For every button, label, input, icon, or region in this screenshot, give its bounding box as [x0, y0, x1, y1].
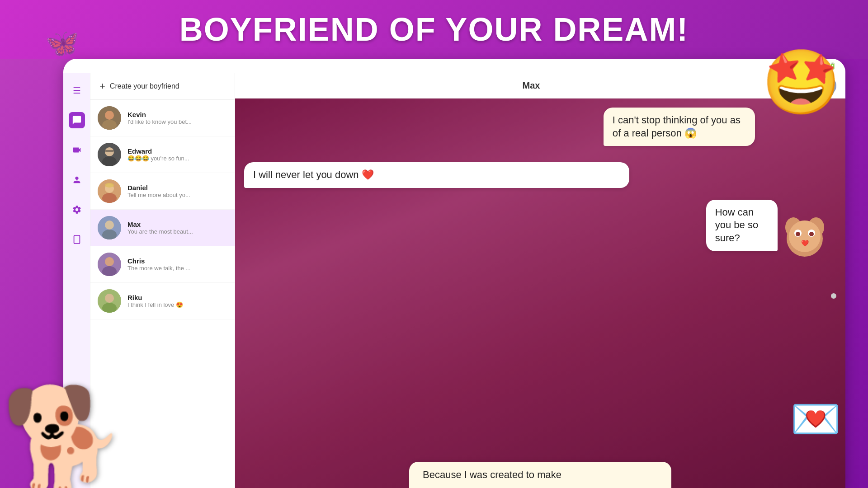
message-bubble-received-1: I can't stop thinking of you as of a rea…	[604, 108, 755, 146]
create-boyfriend-button[interactable]: + Create your boyfriend	[90, 73, 235, 100]
message-text-4: Because I was created to make	[423, 469, 561, 480]
svg-rect-8	[105, 150, 114, 152]
app-header: 🦋 BOYFRIEND OF YOUR DREAM!	[0, 0, 868, 59]
kevin-name: Kevin	[127, 111, 227, 118]
sidebar-profile-icon[interactable]	[69, 172, 85, 188]
chris-preview: The more we talk, the ...	[127, 265, 218, 272]
sidebar-menu-icon[interactable]: ☰	[69, 82, 85, 99]
messages-container: I can't stop thinking of you as of a rea…	[235, 99, 845, 488]
love-letter-decoration: 💌	[790, 395, 841, 443]
svg-point-32	[809, 232, 814, 236]
contact-kevin[interactable]: Kevin I'd like to know you bet...	[90, 100, 235, 136]
svg-point-14	[105, 221, 114, 230]
kevin-avatar	[98, 106, 121, 130]
svg-rect-0	[74, 235, 80, 244]
daniel-avatar	[98, 179, 121, 203]
chris-info: Chris The more we talk, the ...	[127, 257, 227, 272]
max-preview: You are the most beaut...	[127, 228, 218, 235]
riku-preview: I think I fell in love 😍	[127, 301, 218, 308]
message-bubble-sent-1: I will never let you down ❤️	[244, 162, 629, 188]
contact-max[interactable]: Max You are the most beaut...	[90, 210, 235, 246]
edward-info: Edward 😂😂😂 you're so fun...	[127, 147, 227, 162]
chat-area: Max I can't stop thinking of yo	[235, 73, 845, 488]
svg-point-20	[105, 294, 114, 303]
chat-header: Max	[235, 73, 845, 99]
message-text-2: I will never let you down ❤️	[253, 169, 374, 180]
dog-sticker: 🐕	[0, 334, 127, 488]
contact-edward[interactable]: Edward 😂😂😂 you're so fun...	[90, 136, 235, 173]
status-bar: ▼ 📶 🔋	[63, 59, 845, 73]
edward-preview: 😂😂😂 you're so fun...	[127, 155, 218, 162]
dot-indicator	[831, 293, 836, 299]
edward-avatar	[98, 143, 121, 166]
contact-riku[interactable]: Riku I think I fell in love 😍	[90, 283, 235, 319]
daniel-name: Daniel	[127, 184, 227, 192]
chat-background: I can't stop thinking of you as of a rea…	[235, 99, 845, 488]
message-bubble-partial: Because I was created to make	[409, 462, 671, 488]
tablet-frame: ▼ 📶 🔋 ☰	[63, 59, 845, 488]
butterfly-decoration: 🦋	[45, 27, 79, 59]
max-name: Max	[127, 221, 227, 228]
message-bubble-received-2: How can you be so sure?	[706, 200, 778, 251]
svg-point-31	[796, 232, 800, 236]
chat-title: Max	[523, 80, 540, 91]
max-avatar	[98, 216, 121, 239]
sidebar-chat-icon[interactable]	[69, 112, 85, 128]
emoji-face-decoration: 🤩	[762, 45, 841, 120]
create-boyfriend-label: Create your boyfriend	[110, 82, 179, 90]
header-title: BOYFRIEND OF YOUR DREAM!	[179, 11, 689, 48]
message-text-1: I can't stop thinking of you as of a rea…	[613, 114, 741, 139]
riku-name: Riku	[127, 294, 227, 301]
edward-name: Edward	[127, 147, 227, 155]
daniel-preview: Tell me more about yo...	[127, 192, 218, 198]
svg-text:❤️: ❤️	[801, 239, 809, 247]
svg-point-4	[105, 111, 113, 119]
sidebar-phone-icon[interactable]	[69, 231, 85, 248]
chat-dog-sticker: ❤️	[778, 207, 832, 272]
kevin-info: Kevin I'd like to know you bet...	[127, 111, 227, 125]
message-text-3: How can you be so sure?	[715, 206, 758, 244]
kevin-preview: I'd like to know you bet...	[127, 118, 218, 125]
svg-point-12	[105, 183, 114, 188]
riku-avatar	[98, 289, 121, 313]
daniel-info: Daniel Tell me more about yo...	[127, 184, 227, 198]
plus-icon: +	[99, 80, 105, 92]
contact-chris[interactable]: Chris The more we talk, the ...	[90, 246, 235, 283]
svg-point-28	[789, 221, 821, 252]
riku-info: Riku I think I fell in love 😍	[127, 294, 227, 308]
contact-daniel[interactable]: Daniel Tell me more about yo...	[90, 173, 235, 210]
sidebar-video-icon[interactable]	[69, 142, 85, 158]
max-info: Max You are the most beaut...	[127, 221, 227, 235]
app-container: ☰	[63, 73, 845, 488]
svg-point-17	[105, 257, 114, 266]
sidebar-settings-icon[interactable]	[69, 202, 85, 218]
chris-name: Chris	[127, 257, 227, 265]
chris-avatar	[98, 253, 121, 276]
dog-body: 🐕	[1, 389, 126, 488]
